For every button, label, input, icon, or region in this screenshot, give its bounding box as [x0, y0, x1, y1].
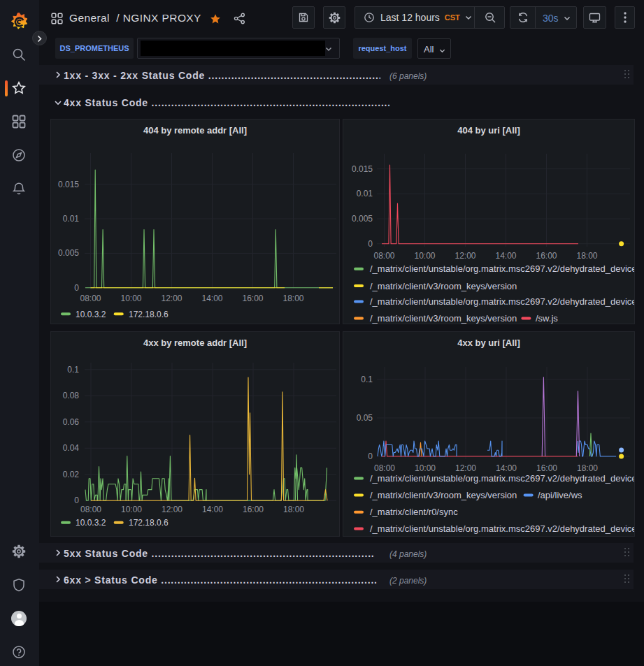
- svg-text:0.06: 0.06: [63, 417, 80, 427]
- svg-text:08:00: 08:00: [374, 463, 395, 473]
- svg-text:0.08: 0.08: [63, 391, 80, 400]
- svg-text:172.18.0.6: 172.18.0.6: [129, 518, 169, 528]
- svg-text:10:00: 10:00: [414, 251, 435, 261]
- svg-text:10.0.3.2: 10.0.3.2: [76, 518, 106, 528]
- svg-text:14:00: 14:00: [496, 463, 517, 473]
- svg-text:0.005: 0.005: [352, 214, 373, 224]
- svg-text:12:00: 12:00: [455, 463, 476, 473]
- svg-text:16:00: 16:00: [242, 294, 263, 303]
- svg-text:08:00: 08:00: [80, 505, 101, 514]
- svg-text:18:00: 18:00: [282, 294, 303, 303]
- svg-text:10.0.3.2: 10.0.3.2: [76, 310, 106, 319]
- svg-text:18:00: 18:00: [283, 505, 304, 514]
- svg-text:14:00: 14:00: [201, 294, 222, 303]
- svg-text:0: 0: [74, 495, 79, 505]
- svg-text:12:00: 12:00: [162, 505, 183, 514]
- svg-text:18:00: 18:00: [577, 463, 598, 473]
- svg-text:16:00: 16:00: [536, 463, 557, 473]
- svg-text:/sw.js: /sw.js: [536, 313, 558, 324]
- svg-text:18:00: 18:00: [576, 251, 597, 261]
- svg-text:/api/live/ws: /api/live/ws: [538, 490, 582, 500]
- svg-text:0.015: 0.015: [58, 180, 79, 189]
- svg-text:/_matrix/client/v3/room_keys/v: /_matrix/client/v3/room_keys/version: [370, 313, 517, 324]
- svg-text:0.005: 0.005: [58, 248, 79, 258]
- svg-text:0: 0: [368, 239, 373, 249]
- svg-text:0.1: 0.1: [361, 375, 373, 384]
- svg-text:12:00: 12:00: [455, 251, 475, 261]
- svg-text:0.05: 0.05: [357, 413, 373, 423]
- svg-text:0: 0: [368, 451, 373, 461]
- svg-text:/_matrix/client/unstable/org.m: /_matrix/client/unstable/org.matrix.msc2…: [370, 473, 635, 484]
- svg-text:/_matrix/client/v3/room_keys/v: /_matrix/client/v3/room_keys/version: [370, 490, 517, 500]
- svg-text:0.01: 0.01: [357, 189, 373, 198]
- svg-text:12:00: 12:00: [161, 294, 182, 303]
- svg-text:172.18.0.6: 172.18.0.6: [129, 310, 169, 319]
- svg-text:10:00: 10:00: [121, 505, 142, 514]
- svg-text:/_matrix/client/r0/sync: /_matrix/client/r0/sync: [370, 507, 458, 517]
- svg-text:0.02: 0.02: [63, 470, 80, 479]
- svg-text:08:00: 08:00: [373, 251, 394, 261]
- svg-text:16:00: 16:00: [243, 505, 264, 514]
- svg-text:0.01: 0.01: [63, 214, 80, 224]
- svg-text:0.1: 0.1: [67, 365, 79, 375]
- svg-text:10:00: 10:00: [120, 294, 141, 303]
- svg-text:14:00: 14:00: [202, 505, 223, 514]
- svg-text:/_matrix/client/v3/room_keys/v: /_matrix/client/v3/room_keys/version: [370, 281, 517, 291]
- svg-text:10:00: 10:00: [415, 463, 436, 473]
- svg-text:08:00: 08:00: [80, 294, 101, 303]
- svg-text:0.04: 0.04: [63, 443, 80, 453]
- svg-text:/_matrix/client/unstable/org.m: /_matrix/client/unstable/org.matrix.msc2…: [370, 523, 635, 534]
- svg-text:14:00: 14:00: [495, 251, 516, 261]
- svg-text:16:00: 16:00: [536, 251, 557, 261]
- svg-text:0: 0: [74, 283, 79, 293]
- svg-text:0.015: 0.015: [352, 164, 373, 174]
- svg-text:/_matrix/client/unstable/org.m: /_matrix/client/unstable/org.matrix.msc2…: [370, 296, 635, 307]
- svg-text:/_matrix/client/unstable/org.m: /_matrix/client/unstable/org.matrix.msc2…: [370, 263, 635, 274]
